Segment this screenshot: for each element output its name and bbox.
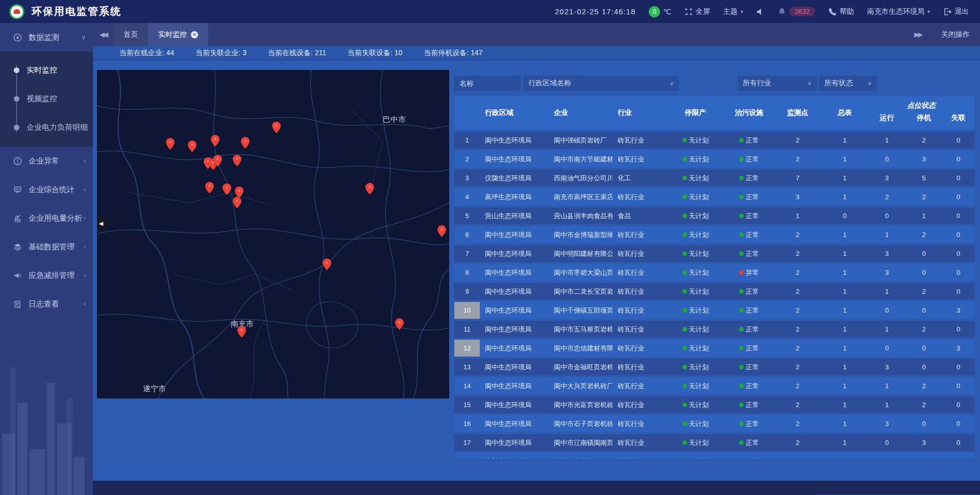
table-row[interactable]: 9阆中生态环境局阆中市二龙长宝页岩砖砖瓦行业无计划正常21120 — [454, 283, 975, 300]
table-row[interactable]: 2阆中生态环境局阆中市南方节能建材有砖瓦行业无计划正常21030 — [454, 151, 975, 168]
treatment-status: 正常 — [725, 193, 773, 202]
map-pin-icon[interactable] — [223, 183, 231, 195]
map-pin-icon[interactable] — [395, 318, 404, 330]
filter-bar: 行政区域名称 ∨ 所有行业 ∨ 所有状态 ∨ — [454, 76, 877, 91]
map-pin-icon[interactable] — [365, 183, 374, 195]
table-row[interactable]: 7阆中生态环境局阆中明阳建材有限公司砖瓦行业无计划正常21300 — [454, 245, 975, 262]
map-pin-icon[interactable] — [211, 135, 219, 147]
mute-button[interactable] — [756, 8, 765, 16]
table-row[interactable]: 13阆中生态环境局阆中市金福旺页岩机砖砖瓦行业无计划正常21300 — [454, 359, 975, 375]
production-status: 无计划 — [666, 382, 725, 391]
sidebar-item-基础数据管理[interactable]: 基础数据管理‹ — [0, 232, 93, 261]
status-dot-icon — [739, 138, 744, 143]
map-pin-icon[interactable] — [205, 182, 214, 194]
monitor-count: 2 — [773, 420, 822, 428]
stop-count: 0 — [906, 420, 942, 428]
org-dropdown[interactable]: 南充市生态环境局 ▾ — [867, 7, 930, 16]
map-pin-icon[interactable] — [241, 137, 250, 149]
table-row[interactable]: 11阆中生态环境局阆中市五马桥页岩机砖砖瓦行业无计划正常21120 — [454, 321, 975, 338]
status-select[interactable]: 所有状态 ∨ — [819, 76, 877, 91]
sidebar-item-企业异常[interactable]: 企业异常‹ — [0, 147, 93, 175]
status-dot-icon — [739, 232, 744, 237]
map-pin-icon[interactable] — [213, 155, 222, 167]
table-row[interactable]: 10阆中生态环境局阆中千佛镇五郎垭页岩砖瓦行业无计划正常21003 — [454, 302, 975, 319]
industry-select[interactable]: 所有行业 ∨ — [738, 76, 817, 91]
treatment-status: 正常 — [725, 438, 773, 447]
sidebar-item-企业综合统计[interactable]: 企业综合统计‹ — [0, 175, 93, 204]
sidebar-item-企业用电量分析[interactable]: 企业用电量分析‹ — [0, 204, 93, 232]
table-row[interactable]: 17阆中生态环境局阆中市江南镇阆南页岩砖瓦行业无计划正常21030 — [454, 434, 975, 451]
row-index: 2 — [454, 151, 480, 168]
tab-realtime-monitor[interactable]: 实时监控 ✕ — [148, 23, 208, 46]
table-row[interactable]: 6阆中生态环境局阆中市金博瑞新型墙材砖瓦行业无计划正常21120 — [454, 226, 975, 243]
tab-home[interactable]: 首页 — [113, 23, 148, 46]
treatment-status: 正常 — [725, 287, 773, 296]
region-cell: 阆中生态环境局 — [480, 268, 549, 277]
sidebar-item-应急减排管理[interactable]: 应急减排管理‹ — [0, 261, 93, 290]
table-row[interactable]: 16阆中生态环境局阆中市石子页岩机砖厂砖瓦行业无计划正常21300 — [454, 415, 975, 432]
row-index: 3 — [454, 170, 480, 186]
notifications[interactable]: 2632 — [778, 7, 815, 16]
row-index: 6 — [454, 226, 480, 243]
close-operations-button[interactable]: 关闭操作 — [941, 30, 970, 39]
gauge-icon — [13, 33, 22, 42]
col-point-status-group: 点位状态 — [868, 101, 975, 111]
sidebar-subitem-实时监控[interactable]: 实时监控 — [0, 56, 93, 84]
table-row[interactable]: 1阆中生态环境局阆中强锐页岩砖厂砖瓦行业无计划正常21120 — [454, 132, 975, 149]
city-label-遂宁市: 遂宁市 — [143, 384, 166, 394]
tabs-scroll-left-icon[interactable]: ◀◀ — [93, 23, 113, 46]
stop-count: 0 — [906, 250, 942, 257]
help-button[interactable]: 帮助 — [828, 7, 854, 16]
sidebar-subitem-视频监控[interactable]: 视频监控 — [0, 84, 93, 113]
row-index: 9 — [454, 283, 480, 300]
map-panel[interactable]: 巴中市南充市遂宁市 ◀ — [97, 70, 449, 398]
row-index: 14 — [454, 378, 480, 394]
table-row[interactable]: 8阆中生态环境局阆中市枣碧大梁山页岩砖瓦行业无计划异常21300 — [454, 264, 975, 281]
meter-count: 1 — [822, 401, 868, 409]
sidebar-item-日志查看[interactable]: 日志查看‹ — [0, 290, 93, 318]
table-row[interactable]: 3仪陇生态环境局西南油气田分公司川中化工无计划正常71350 — [454, 170, 975, 186]
col-lost: 失联 — [942, 111, 975, 123]
map-pin-icon[interactable] — [272, 122, 281, 133]
stop-count: 2 — [906, 288, 942, 295]
region-select[interactable]: 行政区域名称 ∨ — [523, 76, 679, 91]
row-index: 18 — [454, 453, 480, 459]
table-row[interactable]: 5营山生态环境局营山县润丰肉食品有限食品无计划正常10010 — [454, 207, 975, 224]
sidebar-subitem-企业电力负荷明细[interactable]: 企业电力负荷明细 — [0, 113, 93, 142]
map-pin-icon[interactable] — [233, 197, 241, 208]
lost-count: 0 — [942, 401, 975, 409]
map-pin-icon[interactable] — [437, 225, 446, 237]
region-cell: 阆中生态环境局 — [480, 382, 549, 391]
table-row[interactable]: 4高坪生态环境局南充市高坪区王家店建砖瓦行业无计划正常31220 — [454, 188, 975, 205]
fullscreen-button[interactable]: 全屏 — [684, 7, 710, 16]
row-index: 1 — [454, 132, 480, 149]
chevron-left-icon: ‹ — [84, 300, 86, 308]
theme-dropdown[interactable]: 主题 ▾ — [723, 7, 743, 16]
industry-cell: 砖瓦行业 — [612, 400, 666, 410]
table-row[interactable]: 14阆中生态环境局阆中大兴页岩机砖厂砖瓦行业无计划正常21120 — [454, 378, 975, 394]
map-pin-icon[interactable] — [233, 155, 241, 167]
logout-button[interactable]: 退出 — [943, 7, 969, 16]
status-dot-icon — [739, 327, 744, 332]
tabs-scroll-right-icon[interactable]: ▶▶ — [908, 31, 928, 38]
status-dot-icon — [682, 384, 687, 388]
sidebar-item-数据监测[interactable]: 数据监测∨ — [0, 23, 93, 52]
map-pin-icon[interactable] — [166, 138, 175, 150]
monitor-count: 7 — [773, 174, 822, 182]
col-production: 停限产 — [666, 108, 725, 117]
chevron-left-icon: ‹ — [84, 157, 86, 164]
table-row[interactable]: 12阆中生态环境局阆中市忠信建材有限公砖瓦行业无计划正常21003 — [454, 340, 975, 357]
map-pin-icon[interactable] — [188, 140, 197, 152]
enterprise-cell: 阆中市二龙长宝页岩砖 — [549, 287, 612, 296]
table-row[interactable]: 18南部生态环境局南部县砌华土砖有限公建材加工无计划正常21120 — [454, 453, 975, 459]
close-tab-icon[interactable]: ✕ — [191, 31, 198, 38]
lost-count: 0 — [942, 458, 975, 459]
name-search-input[interactable] — [459, 79, 516, 87]
status-dot-icon — [682, 308, 687, 313]
industry-cell: 砖瓦行业 — [612, 230, 666, 240]
stat-当前失联企业: 当前失联企业: 3 — [195, 49, 247, 58]
map-pin-icon[interactable] — [237, 326, 246, 338]
table-row[interactable]: 15阆中生态环境局阆中市光富页岩机砖厂砖瓦行业无计划正常21120 — [454, 396, 975, 413]
run-count: 0 — [868, 307, 906, 314]
map-pin-icon[interactable] — [323, 258, 331, 270]
